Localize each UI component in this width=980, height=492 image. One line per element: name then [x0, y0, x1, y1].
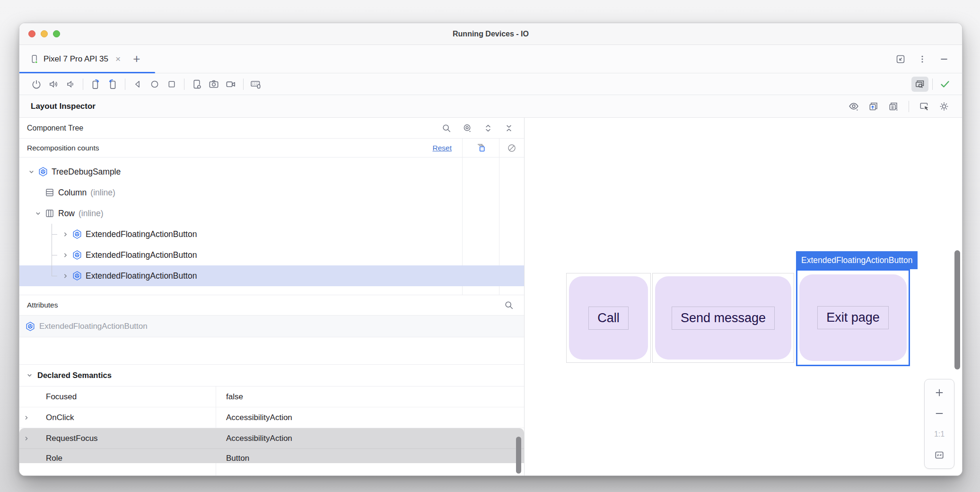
attr-key: RequestFocus — [34, 434, 98, 443]
confirm-check-icon[interactable] — [936, 77, 954, 92]
tree-node-label: ExtendedFloatingActionButton — [86, 229, 197, 239]
chevron-right-icon[interactable] — [60, 251, 70, 259]
chevron-right-icon[interactable] — [60, 272, 70, 280]
chevron-down-icon[interactable] — [33, 210, 43, 218]
running-devices-window: Running Devices - IO Pixel 7 Pro API 35 … — [19, 23, 962, 476]
device-button-call[interactable]: Call — [569, 276, 648, 360]
tree-node-column[interactable]: Column (inline) — [19, 182, 524, 203]
device-tab-bar: Pixel 7 Pro API 35 × + — [19, 45, 962, 73]
compose-node-icon — [72, 271, 82, 281]
device-button-send-message[interactable]: Send message — [655, 276, 791, 360]
zoom-ratio-label: 1:1 — [934, 430, 945, 439]
inline-suffix: (inline) — [79, 209, 104, 219]
device-button-exit-page[interactable]: Exit page — [799, 274, 907, 361]
canvas-scrollbar-thumb[interactable] — [954, 250, 960, 369]
collapse-all-icon[interactable] — [500, 121, 517, 136]
show-recomposition-counts-icon[interactable] — [475, 142, 486, 153]
screenshot-button[interactable] — [205, 77, 222, 92]
compose-node-icon — [38, 167, 48, 177]
attr-key: OnClick — [34, 413, 74, 422]
attributes-scrollbar-thumb[interactable] — [516, 437, 521, 474]
rotate-right-button[interactable] — [104, 77, 121, 92]
component-tree-header: Component Tree — [19, 118, 524, 139]
device-toolbar — [19, 73, 962, 95]
layers-list-icon[interactable] — [885, 99, 902, 114]
tree-node-efab-1[interactable]: ExtendedFloatingActionButton — [19, 224, 524, 245]
expand-all-icon[interactable] — [480, 121, 497, 136]
selection-tooltip: ExtendedFloatingActionButton — [796, 251, 918, 269]
recomposition-counts-row: Recomposition counts Reset — [19, 139, 524, 158]
tree-node-row[interactable]: Row (inline) — [19, 203, 524, 224]
device-button-label: Send message — [672, 307, 775, 330]
semantics-row-role[interactable]: Role Button — [19, 449, 524, 463]
hide-tool-window-icon[interactable] — [936, 52, 953, 67]
attr-key: Focused — [19, 392, 77, 402]
component-tree-panel: Component Tree — [19, 118, 525, 475]
tree-node-efab-2[interactable]: ExtendedFloatingActionButton — [19, 245, 524, 265]
tree-node-label: ExtendedFloatingActionButton — [86, 250, 197, 260]
active-tab-indicator — [19, 72, 155, 73]
row-layout-icon — [44, 208, 55, 219]
layout-inspector-title: Layout Inspector — [31, 102, 96, 111]
volume-down-button[interactable] — [62, 77, 79, 92]
device-settings-button[interactable] — [188, 77, 205, 92]
select-component-icon[interactable] — [916, 99, 933, 114]
device-button-label: Call — [588, 307, 629, 330]
highlight-options-icon[interactable] — [459, 121, 476, 136]
tab-close-icon[interactable]: × — [115, 54, 121, 64]
declared-semantics-header[interactable]: Declared Semantics — [19, 365, 524, 387]
rotate-left-button[interactable] — [87, 77, 104, 92]
embed-in-editor-button[interactable] — [892, 52, 909, 67]
compose-node-icon — [72, 250, 82, 260]
semantics-row-onclick[interactable]: OnClick AccessibilityAction — [19, 407, 524, 428]
tree-node-efab-3-selected[interactable]: ExtendedFloatingActionButton — [19, 265, 524, 286]
column-layout-icon — [44, 187, 55, 198]
zoom-actual-size-button[interactable]: 1:1 — [925, 424, 954, 445]
volume-up-button[interactable] — [45, 77, 62, 92]
phone-icon — [29, 54, 39, 64]
hardware-input-button[interactable] — [247, 77, 264, 92]
more-options-icon[interactable] — [914, 52, 931, 67]
hide-skipped-icon[interactable] — [507, 143, 517, 153]
settings-gear-icon[interactable] — [936, 99, 953, 114]
toggle-layout-inspector-button[interactable] — [911, 77, 928, 92]
export-snapshot-icon[interactable] — [865, 99, 882, 114]
tree-search-icon[interactable] — [438, 121, 455, 136]
compose-node-icon — [72, 229, 82, 239]
zoom-out-button[interactable] — [925, 403, 954, 424]
power-button[interactable] — [28, 77, 45, 92]
tree-node-label: ExtendedFloatingActionButton — [86, 271, 197, 281]
home-button[interactable] — [146, 77, 163, 92]
attr-value: AccessibilityAction — [226, 413, 292, 422]
attr-value: Button — [226, 454, 249, 463]
chevron-right-icon[interactable] — [60, 230, 70, 238]
chevron-right-icon[interactable] — [19, 414, 34, 422]
selection-box: Exit page — [796, 269, 910, 366]
zoom-to-fit-button[interactable] — [925, 445, 954, 466]
tree-node-label: Column — [58, 188, 87, 198]
layout-bounds-call: Call — [566, 273, 651, 363]
tab-pixel-7-pro[interactable]: Pixel 7 Pro API 35 × — [19, 45, 125, 73]
device-render-canvas[interactable]: Call Send message ExtendedFloatingAction… — [525, 118, 962, 475]
tree-node-label: TreeDebugSample — [52, 167, 121, 177]
attributes-search-icon[interactable] — [500, 298, 517, 313]
zoom-in-button[interactable] — [925, 382, 954, 403]
semantics-row-focused[interactable]: Focused false — [19, 387, 524, 407]
view-options-eye-icon[interactable] — [845, 99, 862, 114]
attr-key: Role — [19, 454, 62, 463]
reset-counts-link[interactable]: Reset — [433, 144, 452, 152]
add-tab-button[interactable]: + — [133, 52, 140, 66]
chevron-right-icon[interactable] — [19, 435, 34, 442]
tree-node-label: Row — [58, 209, 75, 219]
title-bar: Running Devices - IO — [19, 23, 962, 45]
component-tree-title: Component Tree — [27, 124, 83, 132]
back-button[interactable] — [129, 77, 146, 92]
record-screen-button[interactable] — [222, 77, 239, 92]
chevron-down-icon[interactable] — [26, 168, 36, 176]
semantics-row-requestfocus[interactable]: RequestFocus AccessibilityAction — [19, 428, 524, 449]
chevron-down-icon[interactable] — [24, 371, 35, 379]
component-tree: TreeDebugSample Column (inline) — [19, 158, 524, 295]
attr-value: false — [226, 392, 243, 402]
overview-button[interactable] — [163, 77, 180, 92]
tree-node-treedebugsample[interactable]: TreeDebugSample — [19, 161, 524, 182]
